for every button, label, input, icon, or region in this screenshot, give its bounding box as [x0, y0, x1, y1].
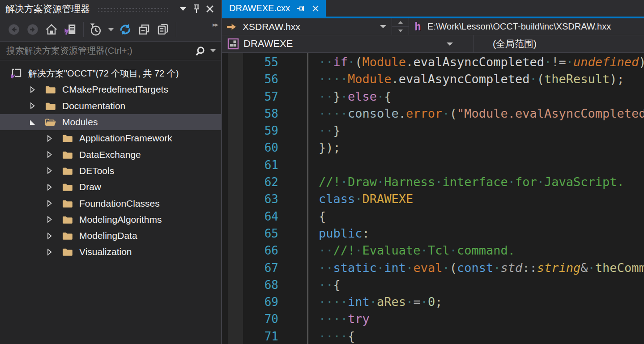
chevron-right-icon: [46, 183, 53, 191]
folder-icon-wrap: [45, 101, 56, 111]
pin-tab-icon[interactable]: [296, 4, 305, 13]
close-panel-button[interactable]: [203, 3, 217, 15]
open-file-dropdown[interactable]: XSDRAW.hxx: [222, 18, 392, 35]
code-line-68[interactable]: 68··{: [222, 276, 644, 293]
tree-expander[interactable]: [45, 151, 54, 158]
tree-item-label: Visualization: [79, 246, 132, 257]
code-line-59[interactable]: 59··}: [222, 122, 644, 139]
spin-down-button[interactable]: [392, 27, 409, 35]
tree-item-detools[interactable]: DETools: [0, 163, 221, 179]
filter-dropdown-caret[interactable]: [107, 23, 115, 36]
tree-item-cmakepredefinedtargets[interactable]: CMakePredefinedTargets: [0, 81, 221, 98]
pin-panel-button[interactable]: [190, 3, 203, 15]
line-number: 61: [222, 157, 278, 174]
pending-changes-filter-button[interactable]: [88, 22, 103, 37]
code-line-70[interactable]: 70····try: [222, 310, 644, 327]
code-text: ····Module.evalAsyncCompleted·(theResult…: [313, 71, 624, 88]
line-number: 69: [222, 293, 278, 310]
tree-expander[interactable]: [28, 86, 37, 93]
scope-dropdown[interactable]: (全局范围): [474, 35, 644, 52]
collapse-all-icon: [137, 23, 151, 36]
solution-explorer-toolbar: ▸▸: [0, 18, 221, 41]
toolbar-separator: [83, 22, 84, 37]
tree-item-label: ApplicationFramework: [79, 133, 172, 144]
tree-item-visualization[interactable]: Visualization: [0, 244, 221, 260]
folder-icon: [62, 199, 73, 208]
folder-icon-wrap: [62, 247, 73, 257]
search-options-caret[interactable]: [210, 49, 216, 52]
goto-arrow-icon: [226, 21, 238, 33]
show-all-files-button[interactable]: [155, 22, 171, 37]
code-line-62[interactable]: 62//!·Draw·Harness·interface·for·JavaScr…: [222, 174, 644, 191]
refresh-button[interactable]: [118, 22, 133, 37]
folder-icon-wrap: [62, 199, 73, 208]
toolbar-overflow-button[interactable]: ▸▸: [213, 21, 218, 29]
code-line-71[interactable]: 71····{: [222, 328, 644, 344]
code-text: class·DRAWEXE: [313, 191, 413, 208]
panel-title-bar: 解决方案资源管理器: [0, 0, 221, 18]
code-line-64[interactable]: 64{: [222, 208, 644, 225]
spin-up-button[interactable]: [392, 18, 409, 27]
project-dropdown[interactable]: DRAWEXE: [222, 35, 474, 52]
folder-icon-wrap: [62, 231, 73, 241]
tree-expander[interactable]: [45, 248, 54, 255]
tree-expander[interactable]: [28, 102, 37, 110]
tree-expander[interactable]: [45, 135, 54, 142]
tree-expander[interactable]: [45, 167, 54, 174]
code-editor[interactable]: 55··if·(Module.evalAsyncCompleted·!=·und…: [222, 53, 644, 344]
documents-icon: [156, 23, 170, 36]
nav-back-button[interactable]: [6, 22, 21, 37]
member-navigation-bar: DRAWEXE (全局范围): [222, 35, 644, 53]
line-number: 59: [222, 122, 278, 139]
code-text: ····try: [313, 310, 370, 327]
code-line-69[interactable]: 69····int·aRes·=·0;: [222, 293, 644, 310]
code-line-61[interactable]: 61: [222, 157, 644, 174]
code-line-55[interactable]: 55··if·(Module.evalAsyncCompleted·!=·und…: [222, 54, 644, 71]
tree-expander[interactable]: [28, 119, 37, 126]
window-position-button[interactable]: [176, 3, 190, 15]
tree-item-label: ModelingAlgorithms: [79, 214, 162, 225]
code-line-57[interactable]: 57··}·else·{: [222, 88, 644, 105]
nav-forward-button[interactable]: [25, 22, 40, 37]
collapse-all-button[interactable]: [136, 22, 152, 37]
home-button[interactable]: [44, 22, 59, 37]
code-line-58[interactable]: 58····console.error·("Module.evalAsyncCo…: [222, 105, 644, 122]
tree-item-dataexchange[interactable]: DataExchange: [0, 146, 221, 162]
split-spinner[interactable]: [392, 18, 409, 35]
tab-drawexe-cxx[interactable]: DRAWEXE.cxx: [222, 0, 326, 17]
sync-with-active-document-button[interactable]: [63, 22, 78, 37]
tree-item-foundationclasses[interactable]: FoundationClasses: [0, 195, 221, 211]
code-line-66[interactable]: 66··//!·Evaluate·Tcl·command.: [222, 242, 644, 259]
code-text: ··static·int·eval·(const·std::string&·th…: [313, 259, 644, 276]
search-icon[interactable]: [194, 45, 206, 57]
tree-item-modules[interactable]: Modules: [0, 114, 221, 130]
tree-item-documentation[interactable]: Documentation: [0, 98, 221, 114]
line-number: 55: [222, 54, 278, 71]
folder-open-icon: [45, 117, 56, 127]
line-number: 66: [222, 242, 278, 259]
code-line-60[interactable]: 60});: [222, 139, 644, 156]
code-line-56[interactable]: 56····Module.evalAsyncCompleted·(theResu…: [222, 71, 644, 88]
code-text: ··}: [313, 122, 341, 139]
code-line-63[interactable]: 63class·DRAWEXE: [222, 191, 644, 208]
code-line-67[interactable]: 67··static·int·eval·(const·std::string&·…: [222, 259, 644, 276]
tree-item-modelingalgorithms[interactable]: ModelingAlgorithms: [0, 212, 221, 228]
code-text: [313, 157, 319, 174]
tree-item-draw[interactable]: Draw: [0, 179, 221, 195]
tree-item-modelingdata[interactable]: ModelingData: [0, 228, 221, 244]
tree-expander[interactable]: [45, 200, 54, 207]
tree-expander[interactable]: [45, 232, 54, 239]
tree-item-applicationframework[interactable]: ApplicationFramework: [0, 130, 221, 146]
tree-item-label: FoundationClasses: [79, 198, 160, 209]
close-tab-icon[interactable]: [311, 4, 320, 13]
search-input[interactable]: 搜索解决方案资源管理器(Ctrl+;): [6, 45, 194, 57]
code-text: ··if·(Module.evalAsyncCompleted·!=·undef…: [313, 54, 644, 71]
tree-expander[interactable]: [45, 183, 54, 191]
tree-item-label: DataExchange: [79, 149, 141, 160]
code-line-65[interactable]: 65public:: [222, 225, 644, 242]
search-box[interactable]: 搜索解决方案资源管理器(Ctrl+;): [0, 41, 221, 60]
drag-grip[interactable]: [97, 7, 170, 13]
tree-item-occt-72-72[interactable]: 解决方案"OCCT"(72 个项目, 共 72 个): [0, 65, 221, 81]
tree-expander[interactable]: [45, 216, 54, 223]
folder-icon: [62, 231, 73, 241]
